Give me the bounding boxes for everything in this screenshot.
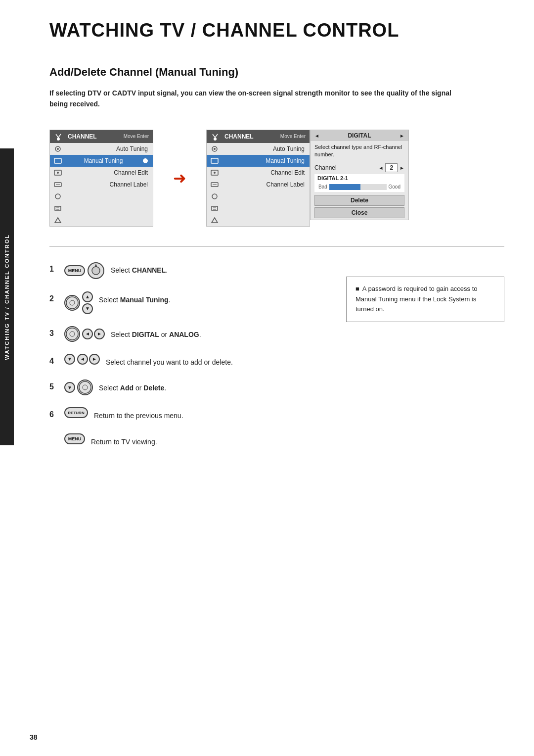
note-bullet: ■ xyxy=(356,285,359,292)
submenu-box: DIGITAL Select channel type and RF-chann… xyxy=(310,130,409,220)
menu2-channel-label-label: Channel Label xyxy=(267,181,305,188)
antenna-icon-2 xyxy=(211,132,220,141)
step-1-text: Select CHANNEL. xyxy=(111,265,168,276)
nav-left-button-4[interactable]: ◄ xyxy=(77,354,88,365)
enter-button-5[interactable] xyxy=(77,379,93,395)
step-3-number: 3 xyxy=(49,329,58,338)
close-button[interactable]: Close xyxy=(314,207,404,218)
nav-left-button[interactable]: ◄ xyxy=(82,329,93,339)
description-text: If selecting DTV or CADTV input signal, … xyxy=(49,88,455,110)
svg-point-19 xyxy=(214,148,216,150)
signal-bar-fill xyxy=(329,184,361,190)
menu-button-2[interactable]: MENU xyxy=(64,433,85,444)
step-2-icons: ▲ ▼ xyxy=(64,291,93,314)
svg-point-35 xyxy=(66,328,78,340)
step-2-number: 2 xyxy=(49,294,58,303)
step-5-number: 5 xyxy=(49,382,58,391)
icon3 xyxy=(54,217,62,224)
signal-label-bad: Bad xyxy=(318,184,327,189)
auto-tuning-icon xyxy=(54,145,62,152)
menu2-item-icon1 xyxy=(207,190,310,202)
signal-bar xyxy=(329,184,387,190)
svg-rect-20 xyxy=(211,158,218,163)
icon3-2 xyxy=(211,217,219,224)
svg-point-7 xyxy=(57,172,59,174)
note-box: ■A password is required to gain access t… xyxy=(346,277,504,322)
screenshots-row: CHANNEL Move Enter Auto Tuning Manual Tu… xyxy=(49,130,504,227)
menu1-item-auto-tuning: Auto Tuning xyxy=(50,143,153,155)
svg-line-16 xyxy=(213,134,215,138)
step-menu-icons: MENU xyxy=(64,433,85,444)
menu1-item-channel-edit: Channel Edit xyxy=(50,167,153,179)
menu2-nav-hint: Move Enter xyxy=(280,134,306,139)
channel-label-icon xyxy=(54,181,62,188)
menu2-item-icon2 xyxy=(207,202,310,214)
step-5-icons: ▼ xyxy=(64,379,93,395)
step-3: 3 ◄ ► Select DIGITAL or ANALOG. xyxy=(49,326,331,342)
nav-leftright-icons-4: ◄ ► xyxy=(77,354,100,365)
icon1-2 xyxy=(211,193,219,200)
svg-point-22 xyxy=(214,172,216,174)
menu1-item-icon2 xyxy=(50,202,153,214)
svg-point-15 xyxy=(214,138,217,141)
svg-rect-5 xyxy=(54,158,61,163)
svg-point-0 xyxy=(57,138,60,141)
enter-button-2[interactable] xyxy=(64,295,80,311)
menu1-item-icon3 xyxy=(50,214,153,226)
page-number: 38 xyxy=(30,733,38,741)
channel-menu-1: CHANNEL Move Enter Auto Tuning Manual Tu… xyxy=(49,130,153,227)
channel-tri-left xyxy=(379,164,384,171)
nav-right-button-4[interactable]: ► xyxy=(89,354,100,365)
channel-tri-right xyxy=(400,164,404,171)
nav-up-button[interactable]: ▲ xyxy=(82,291,93,302)
antenna-icon xyxy=(54,132,63,141)
svg-rect-26 xyxy=(212,206,218,210)
enter-svg-3 xyxy=(65,327,79,341)
enter-button-3[interactable] xyxy=(64,326,80,342)
nav-leftright-icons: ◄ ► xyxy=(82,329,105,339)
step-menu: 0 MENU Return to TV viewing. xyxy=(49,433,331,447)
menu2-channel-edit-label: Channel Edit xyxy=(270,169,305,176)
menu-button-1[interactable]: MENU xyxy=(64,265,85,276)
return-button[interactable]: RETURN xyxy=(64,407,88,418)
auto-tuning-icon-2 xyxy=(211,145,219,152)
menu1-channel-label-label: Channel Label xyxy=(110,181,148,188)
menu1-title: CHANNEL xyxy=(68,133,97,140)
signal-bar-row: Bad Good xyxy=(314,182,404,192)
nav-down-button-4[interactable]: ▼ xyxy=(64,354,75,365)
menu1-item-channel-label: Channel Label xyxy=(50,179,153,190)
steps-container: 1 MENU Select CHANNEL. 2 xyxy=(49,262,504,459)
step-1: 1 MENU Select CHANNEL. xyxy=(49,262,331,280)
step-4: 4 ▼ ◄ ► Select channel you want to add o… xyxy=(49,354,331,368)
menu2-auto-tuning-label: Auto Tuning xyxy=(273,145,305,152)
step-1-number: 1 xyxy=(49,265,58,274)
menu1-nav-hint: Move Enter xyxy=(124,134,149,139)
step-2-text: Select Manual Tuning. xyxy=(99,294,170,305)
step-5: 5 ▼ Select Add or Delete. xyxy=(49,379,331,395)
note-text: A password is required to gain access to… xyxy=(356,285,478,313)
step-6: 6 RETURN Return to the previous menu. xyxy=(49,407,331,421)
menu2-item-manual-tuning: Manual Tuning xyxy=(207,155,310,167)
manual-tuning-icon-1 xyxy=(54,157,62,164)
svg-line-2 xyxy=(58,134,61,138)
step-6-icons: RETURN xyxy=(64,407,88,418)
submenu-option-row: DIGITAL xyxy=(311,130,408,141)
arrow-right: ➜ xyxy=(173,169,186,188)
menu1-item-icon1 xyxy=(50,190,153,202)
nav-down-button[interactable]: ▼ xyxy=(82,303,93,314)
divider xyxy=(49,246,504,247)
svg-point-10 xyxy=(55,194,60,199)
second-menu-wrap: CHANNEL Move Enter Auto Tuning Manual Tu… xyxy=(206,130,409,227)
channel-num-box: 2 xyxy=(379,163,405,172)
menu2-title: CHANNEL xyxy=(224,133,254,140)
nav-down-button-5[interactable]: ▼ xyxy=(64,382,75,393)
delete-button[interactable]: Delete xyxy=(314,195,404,206)
icon1 xyxy=(54,193,62,200)
channel-edit-icon-2 xyxy=(211,169,219,176)
svg-point-31 xyxy=(92,267,100,275)
nav-right-button[interactable]: ► xyxy=(94,329,105,339)
enter-svg xyxy=(65,296,79,310)
tri-left-icon xyxy=(314,132,319,139)
svg-point-4 xyxy=(57,148,59,150)
dial-icon xyxy=(87,262,105,280)
